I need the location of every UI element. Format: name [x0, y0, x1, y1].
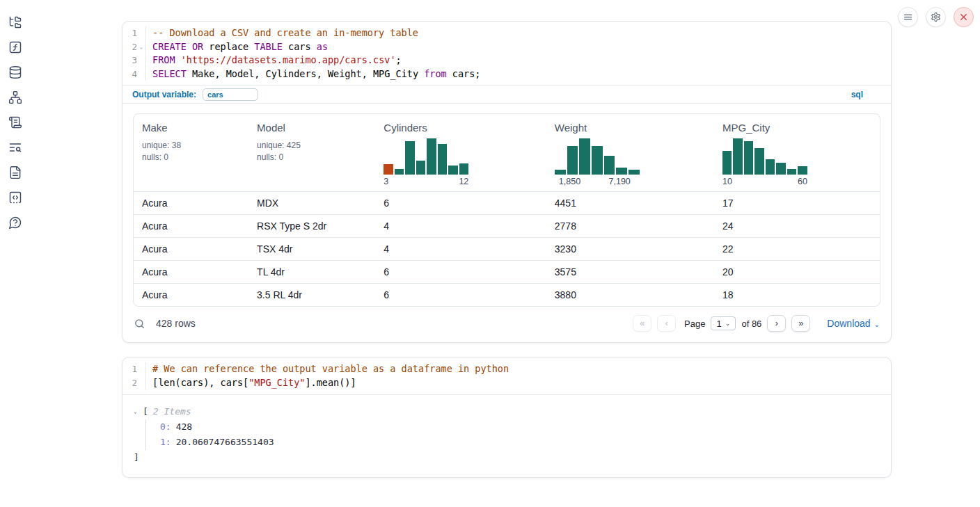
histogram-bar[interactable]: [798, 166, 807, 175]
histogram-bar[interactable]: [438, 144, 448, 175]
documentation-button[interactable]: [8, 166, 22, 179]
histogram-bar[interactable]: [592, 146, 603, 175]
pagination: « ‹ Page 1 ⌄ of 86 › »: [633, 315, 810, 332]
weight-histogram: 1,8507,190: [555, 138, 640, 186]
table-footer: 428 rows « ‹ Page 1 ⌄ of 86 › » Download…: [122, 309, 891, 342]
table-cell: 22: [714, 238, 880, 261]
help-button[interactable]: [8, 216, 22, 230]
notebook-area: 1-- Download a CSV and create an in-memo…: [122, 21, 892, 478]
collapse-chevron-icon[interactable]: ⌄: [134, 404, 143, 419]
top-right-controls: [898, 7, 974, 27]
histogram-bar[interactable]: [616, 168, 627, 175]
datasources-button[interactable]: [8, 65, 22, 79]
table-cell: 2778: [546, 215, 714, 238]
histogram-bar[interactable]: [416, 161, 426, 175]
histogram-bar[interactable]: [555, 170, 566, 175]
table-header-row: Make unique: 38 nulls: 0 Model unique: 4…: [134, 114, 880, 192]
table-search-button[interactable]: [134, 318, 145, 330]
table-cell: 6: [375, 192, 546, 215]
code-line[interactable]: [len(cars), cars["MPG_City"].mean()]: [146, 376, 356, 390]
python-code-editor[interactable]: 1# We can reference the output variable …: [122, 357, 891, 394]
table-cell: 6: [375, 261, 546, 284]
histogram-bar[interactable]: [754, 148, 764, 175]
table-cell: 20: [714, 261, 880, 284]
histogram-bar[interactable]: [629, 170, 640, 175]
histogram-bar[interactable]: [567, 146, 578, 175]
table-cell: 3880: [546, 284, 714, 307]
helper-functions-button[interactable]: [8, 40, 22, 54]
close-bracket: ]: [134, 450, 880, 465]
table-row[interactable]: AcuraTSX 4dr4323022: [134, 238, 880, 261]
logs-button[interactable]: [8, 140, 22, 154]
histogram-bar[interactable]: [427, 138, 436, 175]
column-header-mpg-city[interactable]: MPG_City 1060: [714, 114, 880, 192]
table-row[interactable]: AcuraMDX6445117: [134, 192, 880, 215]
code-line[interactable]: # We can reference the output variable a…: [146, 362, 509, 376]
table-cell: Acura: [134, 284, 248, 307]
previous-page-button[interactable]: ‹: [657, 315, 676, 332]
column-header-model[interactable]: Model unique: 425 nulls: 0: [248, 114, 375, 192]
code-line[interactable]: SELECT Make, Model, Cylinders, Weight, M…: [146, 67, 480, 81]
shutdown-button[interactable]: [954, 7, 974, 27]
column-header-make[interactable]: Make unique: 38 nulls: 0: [134, 114, 248, 192]
output-variable-input[interactable]: [203, 88, 258, 101]
column-header-weight[interactable]: Weight 1,8507,190: [546, 114, 714, 192]
table-cell: Acura: [134, 215, 248, 238]
page-select[interactable]: 1 ⌄: [711, 316, 736, 330]
histogram-bar[interactable]: [733, 138, 743, 175]
function-square-icon: [8, 40, 22, 54]
code-line[interactable]: FROM 'https://datasets.marimo.app/cars.c…: [146, 54, 402, 67]
histogram-bar[interactable]: [744, 141, 754, 175]
notebook-menu-button[interactable]: [898, 7, 918, 27]
code-line[interactable]: CREATE OR replace TABLE cars as: [146, 40, 328, 54]
sql-code-editor[interactable]: 1-- Download a CSV and create an in-memo…: [122, 22, 891, 85]
cylinders-histogram: 312: [384, 138, 468, 186]
first-page-button[interactable]: «: [633, 315, 651, 332]
last-page-button[interactable]: »: [791, 315, 810, 332]
histogram-bar[interactable]: [604, 156, 615, 175]
mpg-city-histogram: 1060: [722, 138, 807, 186]
column-label: Weight: [555, 122, 714, 134]
table-row[interactable]: Acura3.5 RL 4dr6388018: [134, 284, 880, 307]
output-variable-label: Output variable:: [132, 90, 196, 99]
table-cell: RSX Type S 2dr: [248, 215, 375, 238]
table-row[interactable]: AcuraRSX Type S 2dr4277824: [134, 215, 880, 238]
table-cell: 6: [375, 284, 546, 307]
page-total: of 86: [741, 319, 761, 329]
histogram-bar[interactable]: [722, 151, 732, 175]
search-icon: [134, 318, 145, 330]
download-button[interactable]: Download ⌄: [827, 318, 880, 329]
line-number: 2: [122, 376, 146, 390]
histogram-bar[interactable]: [384, 164, 393, 175]
dependency-graph-button[interactable]: [8, 90, 22, 104]
histogram-bar[interactable]: [405, 141, 415, 175]
next-page-button[interactable]: ›: [767, 315, 786, 332]
histogram-bar[interactable]: [776, 163, 786, 175]
settings-button[interactable]: [926, 7, 946, 27]
code-line[interactable]: -- Download a CSV and create an in-memor…: [146, 26, 418, 40]
table-cell: TSX 4dr: [248, 238, 375, 261]
output-variable-bar: Output variable: sql: [122, 85, 891, 104]
help-question-icon: [8, 216, 22, 230]
python-cell: 1# We can reference the output variable …: [122, 357, 892, 477]
column-header-cylinders[interactable]: Cylinders 312: [375, 114, 546, 192]
scratchpad-button[interactable]: [8, 115, 22, 129]
fold-toggle-icon[interactable]: ⌄: [137, 40, 145, 54]
histogram-bar[interactable]: [787, 169, 797, 175]
table-cell: 24: [714, 215, 880, 238]
histogram-bar[interactable]: [579, 138, 590, 175]
histogram-bar[interactable]: [459, 163, 469, 175]
histogram-bar[interactable]: [395, 169, 404, 175]
sql-result-table: Make unique: 38 nulls: 0 Model unique: 4…: [133, 113, 880, 307]
table-row[interactable]: AcuraTL 4dr6357520: [134, 261, 880, 284]
file-explorer-button[interactable]: [8, 15, 22, 29]
snippets-button[interactable]: [8, 191, 22, 204]
histogram-bar[interactable]: [766, 159, 775, 175]
menu-icon: [903, 12, 913, 22]
line-number: 4: [122, 67, 146, 81]
table-cell: MDX: [248, 192, 375, 215]
table-cell: 4: [375, 215, 546, 238]
histogram-bar[interactable]: [448, 166, 458, 175]
tree-entry: 0:428: [160, 419, 880, 435]
table-cell: 3.5 RL 4dr: [248, 284, 375, 307]
